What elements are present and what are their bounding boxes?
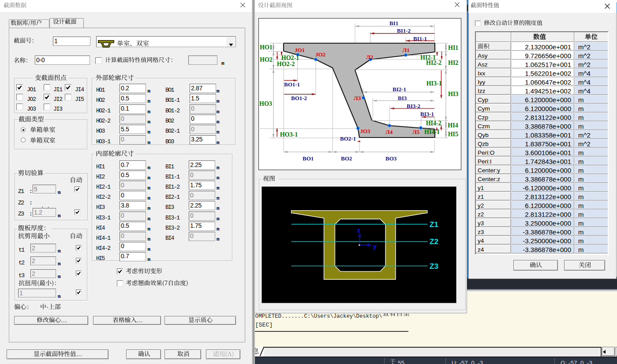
svg-text:HI3: HI3 xyxy=(448,91,458,97)
svg-text:JO2: JO2 xyxy=(315,51,325,58)
svg-text:BO1: BO1 xyxy=(303,155,314,162)
svg-text:BI1-1: BI1-1 xyxy=(413,35,427,42)
svg-text:BI2-1: BI2-1 xyxy=(393,86,406,93)
svg-text:z: z xyxy=(357,227,360,234)
svg-text:HO1: HO1 xyxy=(260,44,273,51)
svg-text:HO2-2: HO2-2 xyxy=(277,61,295,67)
svg-text:HI2: HI2 xyxy=(448,59,458,66)
svg-text:BO2: BO2 xyxy=(341,155,352,162)
svg-text:Л1: Л1 xyxy=(403,47,410,53)
svg-text:HI4-1: HI4-1 xyxy=(424,129,440,135)
svg-text:Z3: Z3 xyxy=(430,262,438,271)
svg-text:Л4: Л4 xyxy=(385,129,393,135)
svg-text:HO2: HO2 xyxy=(260,56,273,63)
svg-text:BI3-2: BI3-2 xyxy=(407,103,420,109)
svg-text:Z2: Z2 xyxy=(430,238,438,246)
svg-text:BO2-1: BO2-1 xyxy=(340,135,356,142)
svg-text:HI4: HI4 xyxy=(448,122,458,129)
svg-text:HO2-1: HO2-1 xyxy=(281,55,299,61)
svg-text:JO1: JO1 xyxy=(295,47,305,53)
svg-text:BI3: BI3 xyxy=(398,95,407,101)
svg-text:BI1: BI1 xyxy=(389,20,398,26)
svg-text:BO1-1: BO1-1 xyxy=(284,81,300,88)
svg-text:JO3: JO3 xyxy=(360,128,371,134)
svg-text:BO3: BO3 xyxy=(385,155,397,162)
svg-text:HI3-1: HI3-1 xyxy=(426,80,442,87)
svg-text:HI1: HI1 xyxy=(448,45,458,51)
svg-text:HI2-2: HI2-2 xyxy=(426,59,441,66)
svg-text:BI3-1: BI3-1 xyxy=(420,111,434,117)
svg-text:HO3: HO3 xyxy=(259,100,272,107)
svg-text:HI5: HI5 xyxy=(448,131,458,137)
svg-text:Л2: Л2 xyxy=(366,54,373,60)
svg-text:Л3: Л3 xyxy=(354,95,361,101)
svg-text:BI1-2: BI1-2 xyxy=(397,27,411,34)
svg-text:BO1-2: BO1-2 xyxy=(291,95,307,101)
svg-text:y: y xyxy=(373,243,377,250)
svg-text:Z1: Z1 xyxy=(430,220,438,229)
svg-text:HO3-1: HO3-1 xyxy=(280,131,298,138)
svg-text:HI4-2: HI4-2 xyxy=(426,120,441,126)
svg-text:Л5: Л5 xyxy=(412,129,420,135)
